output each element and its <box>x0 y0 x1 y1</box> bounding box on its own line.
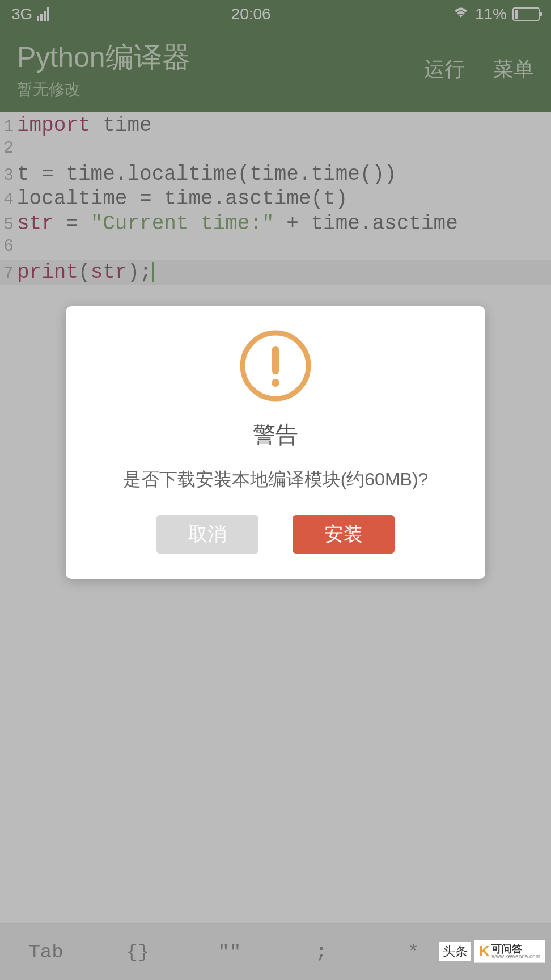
watermark-brand: K 可问答 www.kewenda.com <box>474 940 545 963</box>
svg-point-2 <box>272 379 279 387</box>
watermark-url: www.kewenda.com <box>491 954 540 960</box>
watermark-text: 头条 <box>439 942 471 961</box>
modal-overlay[interactable]: 警告 是否下载安装本地编译模块(约60MB)? 取消 安装 <box>0 0 551 980</box>
watermark-logo: K <box>479 943 490 960</box>
dialog-message: 是否下载安装本地编译模块(约60MB)? <box>83 467 468 492</box>
dialog-buttons: 取消 安装 <box>83 515 468 554</box>
dialog-title: 警告 <box>83 419 468 450</box>
watermark: 头条 K 可问答 www.kewenda.com <box>439 940 545 963</box>
watermark-brand-name: 可问答 <box>491 944 540 954</box>
cancel-button[interactable]: 取消 <box>156 515 258 554</box>
warning-icon <box>83 329 468 405</box>
warning-dialog: 警告 是否下载安装本地编译模块(约60MB)? 取消 安装 <box>66 306 485 579</box>
svg-rect-1 <box>272 346 279 374</box>
install-button[interactable]: 安装 <box>293 515 395 554</box>
